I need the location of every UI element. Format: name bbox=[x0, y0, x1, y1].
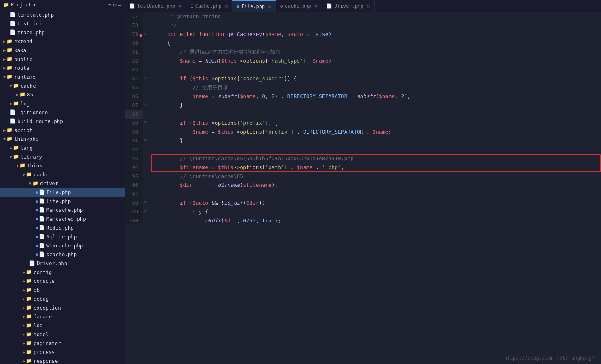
tab-testcache-close[interactable]: × bbox=[178, 3, 182, 9]
sidebar-item-memcache-php[interactable]: ● 📄 Memcache.php bbox=[0, 205, 125, 214]
line-number-97: 97 bbox=[125, 190, 143, 199]
tab-file-label: File.php bbox=[241, 4, 265, 9]
sidebar-item-config[interactable]: 📁 config bbox=[0, 268, 125, 276]
sidebar-item-driver-php[interactable]: 📄 Driver.php bbox=[0, 259, 125, 268]
line-content-99: try { bbox=[151, 207, 601, 216]
sidebar-item-trace-php[interactable]: 📄 trace.php bbox=[0, 28, 125, 37]
line-number-92: 92 bbox=[125, 145, 143, 154]
tab-driver[interactable]: 📄 Driver.php × bbox=[322, 0, 375, 12]
dropdown-icon[interactable]: ▾ bbox=[33, 2, 36, 8]
minimize-icon[interactable]: — bbox=[118, 2, 121, 8]
sidebar-item-sqlite-php[interactable]: ● 📄 Sqlite.php bbox=[0, 232, 125, 241]
line-content-77: * @return string bbox=[151, 12, 601, 21]
tab-cachelower-icon: ⚙ bbox=[280, 3, 283, 9]
sidebar-item-memcached-php[interactable]: ● 📄 Memcached.php bbox=[0, 214, 125, 223]
line-number-81: 81 bbox=[125, 48, 143, 56]
line-number-87: 87 bbox=[125, 101, 143, 110]
sidebar-item-build-route[interactable]: 📄 build_route.php bbox=[0, 117, 125, 126]
code-line-92: 92 bbox=[125, 145, 601, 154]
line-number-80: 80 bbox=[125, 39, 143, 48]
line-content-94: $filename = $this->options['path'] . $na… bbox=[151, 163, 601, 172]
line-content-98: if ($auto && !is_dir($dir)) { bbox=[151, 199, 601, 207]
code-line-97: 97 bbox=[125, 190, 601, 199]
code-line-94: 94 $filename = $this->options['path'] . … bbox=[125, 163, 601, 172]
sidebar-header-icons: ⇄ ⚙ — bbox=[108, 2, 121, 8]
sidebar-item-facade[interactable]: 📁 facade bbox=[0, 312, 125, 321]
code-line-89: 89 ▽ if ($this->options['prefix']) { bbox=[125, 119, 601, 128]
sidebar-item-lang[interactable]: 📁 lang bbox=[0, 143, 125, 152]
code-line-77: 77 * @return string bbox=[125, 12, 601, 21]
tab-driver-close[interactable]: × bbox=[366, 3, 370, 9]
code-line-86: 86 $name = substr($name, 0, 2) . DIRECTO… bbox=[125, 92, 601, 101]
sidebar-item-test-ini[interactable]: 📄 test.ini bbox=[0, 19, 125, 28]
sidebar-item-public[interactable]: 📁 public bbox=[0, 54, 125, 63]
sidebar-item-script[interactable]: 📁 script bbox=[0, 126, 125, 134]
sidebar-item-kaka[interactable]: 📁 kaka bbox=[0, 46, 125, 54]
sidebar-item-cache[interactable]: 📁 cache bbox=[0, 81, 125, 90]
code-line-96: 96 $dir = dirname($filename); bbox=[125, 181, 601, 190]
code-line-83: 83 bbox=[125, 65, 601, 74]
sidebar-item-85[interactable]: 📁 85 bbox=[0, 90, 125, 99]
code-line-100: 100 mkdir($dir, 0755, true); bbox=[125, 216, 601, 225]
sidebar-item-library[interactable]: 📁 library bbox=[0, 152, 125, 161]
line-number-93: 93 bbox=[125, 154, 143, 163]
code-area[interactable]: 77 * @return string 78 */ 79 ●↑ ▽ protec… bbox=[125, 12, 601, 364]
tab-cachelower[interactable]: ⚙ cache.php × bbox=[276, 0, 322, 12]
sidebar-item-redis-php[interactable]: ● 📄 Redis.php bbox=[0, 223, 125, 232]
sidebar-item-exception[interactable]: 📁 exception bbox=[0, 303, 125, 312]
sidebar-item-template-php[interactable]: 📄 template.php bbox=[0, 10, 125, 19]
tab-cache[interactable]: C Cache.php × bbox=[186, 0, 232, 12]
sidebar-header: 📁 Project ▾ ⇄ ⚙ — bbox=[0, 0, 125, 10]
sidebar-item-console[interactable]: 📁 console bbox=[0, 276, 125, 285]
sidebar-item-lite-php[interactable]: ● 📄 Lite.php bbox=[0, 197, 125, 205]
tab-cache-icon: C bbox=[190, 3, 193, 9]
watermark: https://blog.csdn.net/fangkang7 bbox=[504, 355, 595, 361]
sidebar-item-runtime[interactable]: 📁 runtime bbox=[0, 72, 125, 81]
line-number-86: 86 bbox=[125, 92, 143, 101]
tabs-bar: 📄 TestCache.php × C Cache.php × ● File.p… bbox=[125, 0, 601, 12]
tab-file-close[interactable]: × bbox=[268, 3, 271, 10]
tab-testcache[interactable]: 📄 TestCache.php × bbox=[125, 0, 186, 12]
sidebar-item-log[interactable]: 📁 log bbox=[0, 99, 125, 108]
code-line-80: 80 { bbox=[125, 39, 601, 48]
sidebar-item-gitignore[interactable]: 📄 .gitignore bbox=[0, 108, 125, 117]
sidebar-item-cache2[interactable]: 📁 cache bbox=[0, 170, 125, 179]
code-line-88: 88 bbox=[125, 110, 601, 119]
sidebar-item-model[interactable]: 📁 model bbox=[0, 330, 125, 339]
tab-file[interactable]: ● File.php × bbox=[232, 0, 276, 12]
line-content-86: $name = substr($name, 0, 2) . DIRECTORY_… bbox=[151, 92, 601, 101]
sidebar-item-process[interactable]: 📁 process bbox=[0, 347, 125, 356]
line-content-84: if ($this->options['cache_subdir']) { bbox=[151, 74, 601, 83]
sidebar-item-log2[interactable]: 📁 log bbox=[0, 321, 125, 330]
line-number-96: 96 bbox=[125, 181, 143, 190]
sidebar-item-paginator[interactable]: 📁 paginator bbox=[0, 339, 125, 347]
line-number-100: 100 bbox=[125, 216, 143, 225]
line-content-79: protected function getCacheKey($name, $a… bbox=[151, 30, 601, 39]
highlight-region: 93 // \runtime\cache\85\5a3b1b5f04a16bb0… bbox=[125, 154, 601, 172]
sidebar-item-db[interactable]: 📁 db bbox=[0, 285, 125, 294]
tab-driver-label: Driver.php bbox=[334, 3, 363, 9]
sidebar-item-extend[interactable]: 📁 extend bbox=[0, 37, 125, 46]
line-content-95: // \runtime\cache\85 bbox=[151, 172, 601, 181]
sidebar-item-route[interactable]: 📁 route bbox=[0, 63, 125, 72]
collapse-icon[interactable]: ⇄ bbox=[108, 2, 111, 8]
code-line-85: 85 // 使用子目录 bbox=[125, 83, 601, 92]
line-number-84: 84 bbox=[125, 74, 143, 83]
sidebar-item-driver[interactable]: 📁 driver bbox=[0, 179, 125, 188]
line-number-88: 88 bbox=[125, 110, 143, 119]
sidebar-item-xcache-php[interactable]: ● 📄 Xcache.php bbox=[0, 250, 125, 259]
sidebar-item-wincache-php[interactable]: ● 📄 Wincache.php bbox=[0, 241, 125, 250]
line-content-100: mkdir($dir, 0755, true); bbox=[151, 216, 601, 225]
line-content-85: // 使用子目录 bbox=[151, 83, 601, 92]
settings-icon[interactable]: ⚙ bbox=[113, 2, 116, 8]
tab-file-icon: ● bbox=[237, 4, 239, 9]
sidebar-item-think[interactable]: 📁 think bbox=[0, 161, 125, 170]
sidebar-item-debug[interactable]: 📁 debug bbox=[0, 294, 125, 303]
tab-cachelower-close[interactable]: × bbox=[314, 3, 318, 9]
line-number-85: 85 bbox=[125, 83, 143, 92]
sidebar-item-response[interactable]: 📁 response bbox=[0, 356, 125, 364]
sidebar-item-thinkphp[interactable]: 📁 thinkphp bbox=[0, 134, 125, 143]
line-content-87: } bbox=[151, 101, 601, 110]
tab-cache-close[interactable]: × bbox=[225, 3, 228, 9]
sidebar-item-file-php[interactable]: ● 📄 File.php bbox=[0, 188, 125, 197]
